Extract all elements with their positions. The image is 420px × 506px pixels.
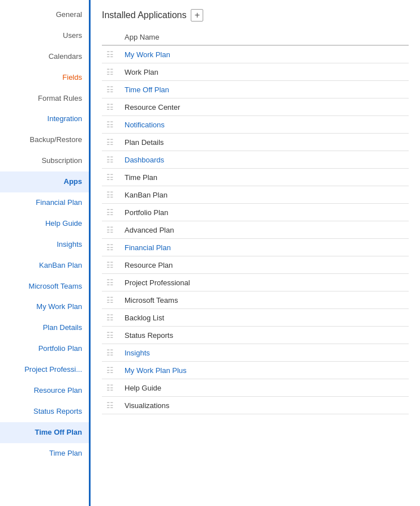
sidebar-item-apps[interactable]: Apps xyxy=(0,171,89,192)
app-name-link[interactable]: My Work Plan xyxy=(125,50,170,59)
app-name-text: Visualizations xyxy=(125,401,169,410)
sidebar-item-my-work-plan[interactable]: My Work Plan xyxy=(0,297,89,318)
table-row: ☷Time Plan xyxy=(102,169,409,186)
sidebar-item-help-guide[interactable]: Help Guide xyxy=(0,213,89,234)
app-name-cell: Visualizations xyxy=(120,397,409,414)
drag-handle: ☷ xyxy=(102,327,120,344)
app-name-text: Project Professional xyxy=(125,278,190,287)
app-name-text: Status Reports xyxy=(125,331,173,340)
drag-icon: ☷ xyxy=(106,348,115,357)
table-row: ☷Resource Plan xyxy=(102,256,409,274)
drag-handle: ☷ xyxy=(102,362,120,379)
app-name-text: Resource Plan xyxy=(125,261,173,269)
sidebar-item-time-off-plan[interactable]: Time Off Plan xyxy=(0,422,89,443)
sidebar-item-portfolio-plan[interactable]: Portfolio Plan xyxy=(0,338,89,359)
app-name-cell: Time Plan xyxy=(120,169,409,186)
app-name-link[interactable]: My Work Plan Plus xyxy=(125,366,187,375)
drag-icon: ☷ xyxy=(106,401,115,410)
sidebar-item-status-reports[interactable]: Status Reports xyxy=(0,401,89,422)
table-row: ☷My Work Plan xyxy=(102,45,409,63)
drag-handle: ☷ xyxy=(102,63,120,81)
drag-handle: ☷ xyxy=(102,397,120,414)
drag-icon: ☷ xyxy=(106,155,115,164)
sidebar-item-subscription[interactable]: Subscription xyxy=(0,151,89,171)
drag-handle: ☷ xyxy=(102,256,120,274)
app-name-link[interactable]: Financial Plan xyxy=(125,243,171,252)
page-title: Installed Applications xyxy=(102,10,186,20)
app-name-cell: Financial Plan xyxy=(120,239,409,256)
table-row: ☷Insights xyxy=(102,344,409,362)
sidebar-item-financial-plan[interactable]: Financial Plan xyxy=(0,192,89,213)
drag-icon: ☷ xyxy=(106,138,115,147)
app-name-text: Time Plan xyxy=(125,173,157,182)
app-name-link[interactable]: Time Off Plan xyxy=(125,85,169,94)
app-name-cell: My Work Plan xyxy=(120,45,409,63)
main-header: Installed Applications + xyxy=(102,9,409,22)
table-row: ☷Visualizations xyxy=(102,397,409,414)
sidebar-item-time-plan[interactable]: Time Plan xyxy=(0,443,89,464)
app-name-cell: Project Professional xyxy=(120,274,409,291)
drag-handle: ☷ xyxy=(102,169,120,186)
app-name-text: Portfolio Plan xyxy=(125,208,168,217)
sidebar-item-integration[interactable]: Integration xyxy=(0,109,89,130)
table-row: ☷My Work Plan Plus xyxy=(102,362,409,379)
app-name-text: Resource Center xyxy=(125,103,180,112)
table-row: ☷Work Plan xyxy=(102,63,409,81)
app-name-link[interactable]: Insights xyxy=(125,349,150,357)
app-name-text: Backlog List xyxy=(125,314,164,322)
app-name-cell: Resource Center xyxy=(120,98,409,116)
app-name-link[interactable]: Dashboards xyxy=(125,156,164,164)
app-name-cell: Dashboards xyxy=(120,151,409,169)
app-name-text: Microsoft Teams xyxy=(125,296,178,305)
app-table: App Name ☷My Work Plan☷Work Plan☷Time Of… xyxy=(102,29,409,414)
app-name-link[interactable]: Notifications xyxy=(125,121,165,129)
app-name-cell: Help Guide xyxy=(120,379,409,397)
drag-icon: ☷ xyxy=(106,243,115,252)
sidebar-item-backup-restore[interactable]: Backup/Restore xyxy=(0,130,89,151)
drag-handle: ☷ xyxy=(102,81,120,98)
app-name-cell: KanBan Plan xyxy=(120,186,409,204)
table-row: ☷Dashboards xyxy=(102,151,409,169)
app-name-cell: Resource Plan xyxy=(120,256,409,274)
drag-icon: ☷ xyxy=(106,313,115,322)
app-name-text: Plan Details xyxy=(125,138,164,147)
drag-handle: ☷ xyxy=(102,116,120,134)
sidebar-item-users[interactable]: Users xyxy=(0,25,89,46)
sidebar-item-resource-plan[interactable]: Resource Plan xyxy=(0,380,89,401)
add-app-button[interactable]: + xyxy=(191,9,203,22)
table-header-row: App Name xyxy=(102,29,409,45)
table-row: ☷Notifications xyxy=(102,116,409,134)
app-name-cell: Time Off Plan xyxy=(120,81,409,98)
sidebar: GeneralUsersCalendarsFieldsFormat RulesI… xyxy=(0,0,91,506)
table-row: ☷Microsoft Teams xyxy=(102,291,409,309)
sidebar-item-microsoft-teams[interactable]: Microsoft Teams xyxy=(0,276,89,297)
app-name-cell: My Work Plan Plus xyxy=(120,362,409,379)
sidebar-item-kanban-plan[interactable]: KanBan Plan xyxy=(0,255,89,276)
drag-icon: ☷ xyxy=(106,173,115,182)
sidebar-item-fields[interactable]: Fields xyxy=(0,67,89,88)
drag-icon: ☷ xyxy=(106,208,115,217)
table-row: ☷Resource Center xyxy=(102,98,409,116)
table-row: ☷Financial Plan xyxy=(102,239,409,256)
drag-handle: ☷ xyxy=(102,151,120,169)
sidebar-item-calendars[interactable]: Calendars xyxy=(0,46,89,67)
drag-icon: ☷ xyxy=(106,278,115,287)
app-name-text: KanBan Plan xyxy=(125,191,168,199)
app-name-cell: Status Reports xyxy=(120,327,409,344)
sidebar-item-general[interactable]: General xyxy=(0,5,89,25)
drag-handle: ☷ xyxy=(102,134,120,151)
app-name-text: Help Guide xyxy=(125,384,161,392)
drag-handle: ☷ xyxy=(102,204,120,221)
drag-handle: ☷ xyxy=(102,98,120,116)
drag-icon: ☷ xyxy=(106,102,115,112)
table-row: ☷Time Off Plan xyxy=(102,81,409,98)
sidebar-item-project-professi[interactable]: Project Professi... xyxy=(0,359,89,380)
sidebar-item-format-rules[interactable]: Format Rules xyxy=(0,88,89,109)
drag-handle: ☷ xyxy=(102,291,120,309)
drag-handle: ☷ xyxy=(102,186,120,204)
main-content: Installed Applications + App Name ☷My Wo… xyxy=(91,0,420,506)
drag-col-header xyxy=(102,29,120,45)
sidebar-item-plan-details[interactable]: Plan Details xyxy=(0,318,89,338)
sidebar-item-insights[interactable]: Insights xyxy=(0,234,89,255)
drag-icon: ☷ xyxy=(106,225,115,234)
